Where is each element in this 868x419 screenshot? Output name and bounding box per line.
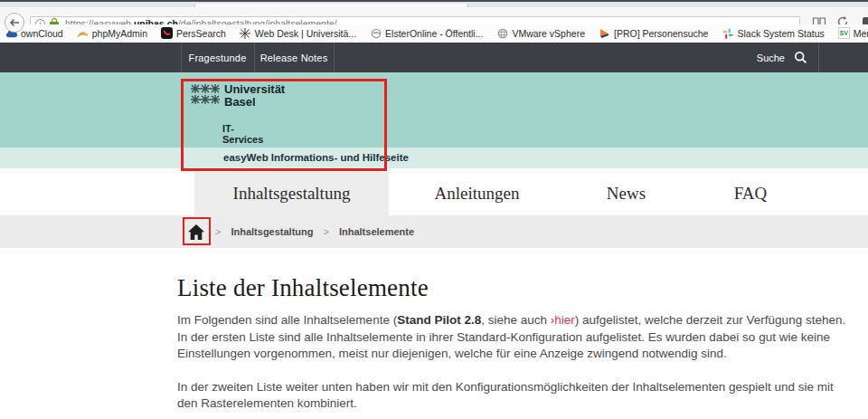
annotation-box-logo <box>181 79 387 171</box>
site-header-band: Universität Basel IT-Services <box>0 72 868 148</box>
bookmark-label: phpMyAdmin <box>92 28 147 39</box>
page-title: Liste der Inhaltselemente <box>177 274 868 302</box>
bookmark-label: ownCloud <box>21 28 63 39</box>
bookmark-label: VMware vSphere <box>512 28 585 39</box>
breadcrumb-separator: > <box>324 226 329 237</box>
nav-separator <box>818 43 819 72</box>
tab-label: FAQ <box>734 184 768 203</box>
back-button[interactable] <box>5 13 24 33</box>
browser-tab-strip <box>0 0 868 7</box>
tab-faq[interactable]: FAQ <box>687 172 814 215</box>
breadcrumb-item-inhaltselemente[interactable]: Inhaltselemente <box>339 226 414 237</box>
sv-logo-icon: SV <box>838 27 850 39</box>
bookmark-label: Slack System Status <box>737 28 824 39</box>
bookmark-slack[interactable]: Slack System Status <box>722 27 824 39</box>
site-top-nav: Fragestunde Release Notes Suche <box>0 43 868 72</box>
tab-label: Anleitungen <box>435 184 520 203</box>
main-content: Liste der Inhaltselemente Im Folgenden s… <box>0 248 868 419</box>
tab-inhaltsgestaltung[interactable]: Inhaltsgestaltung <box>194 172 389 215</box>
bookmark-perssearch[interactable]: PersSearch <box>161 27 226 39</box>
stand-pilot-version: Stand Pilot 2.8 <box>397 313 481 327</box>
breadcrumb-separator: > <box>215 226 221 237</box>
nav-item-release-notes[interactable]: Release Notes <box>254 43 334 72</box>
browser-toolbar: i https://easyweb.unibas.ch/de/inhaltsge… <box>0 7 868 24</box>
second-paragraph: In der zweiten Liste weiter unten haben … <box>177 379 848 413</box>
site-search[interactable]: Suche <box>757 43 807 72</box>
site-subtitle-strip: easyWeb Informations- und Hilfeseite <box>0 148 868 168</box>
bookmark-vsphere[interactable]: VMware vSphere <box>496 27 585 39</box>
bookmarks-bar: ownCloud phpMyAdmin PersSearch Web Desk … <box>0 24 868 42</box>
back-arrow-icon <box>9 18 20 27</box>
search-label: Suche <box>757 52 785 63</box>
bookmark-personensuche[interactable]: [PRO] Personensuche <box>599 27 708 39</box>
orange-arrow-icon <box>599 27 610 39</box>
slack-pinwheel-icon <box>722 27 733 39</box>
unibas-snowflake-icon <box>240 27 251 39</box>
bookmark-label: PersSearch <box>176 28 226 39</box>
tab-label: News <box>607 184 646 203</box>
elster-bird-icon <box>370 27 382 39</box>
bookmark-label: Web Desk | Universitä... <box>255 28 356 39</box>
tab-label: Inhaltsgestaltung <box>233 184 351 203</box>
globe-gray-icon <box>496 27 508 39</box>
phone-icon <box>161 27 173 39</box>
nav-item-label: Fragestunde <box>189 52 247 63</box>
hier-link[interactable]: ›hier <box>551 313 575 327</box>
nav-item-fragestunde[interactable]: Fragestunde <box>181 43 254 72</box>
main-tab-bar: Inhaltsgestaltung Anleitungen News FAQ <box>0 172 868 215</box>
breadcrumb: > Inhaltsgestaltung > Inhaltselemente <box>0 215 868 248</box>
intro-paragraph: Im Folgenden sind alle Inhaltselemente (… <box>177 312 848 363</box>
nav-item-label: Release Notes <box>260 52 328 63</box>
bookmark-webdesk[interactable]: Web Desk | Universitä... <box>240 27 356 39</box>
breadcrumb-item-inhaltsgestaltung[interactable]: Inhaltsgestaltung <box>231 226 313 237</box>
bookmark-phpmyadmin[interactable]: phpMyAdmin <box>77 27 147 39</box>
bookmark-label: [PRO] Personensuche <box>614 28 708 39</box>
annotation-box-home <box>183 217 211 245</box>
tab-anleitungen[interactable]: Anleitungen <box>389 172 565 215</box>
bookmark-elster[interactable]: ElsterOnline - Öffentli... <box>370 27 483 39</box>
nav-separator <box>334 43 335 72</box>
tab-news[interactable]: News <box>565 172 687 215</box>
bookmark-label: ElsterOnline - Öffentli... <box>385 28 483 39</box>
bookmark-label: Menuplan - Restauran... <box>854 28 868 39</box>
search-icon <box>794 51 807 64</box>
bookmark-menuplan[interactable]: SV Menuplan - Restauran... <box>838 27 868 39</box>
phpmyadmin-sail-icon <box>77 27 89 39</box>
